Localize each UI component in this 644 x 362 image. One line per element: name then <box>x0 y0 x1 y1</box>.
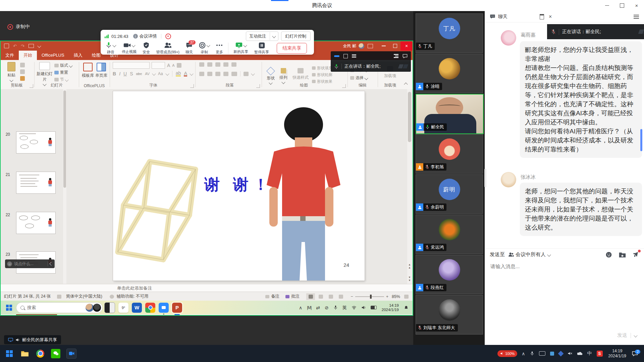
participant-tile-duanyanhong[interactable]: 段燕红 <box>416 255 483 294</box>
record-button[interactable]: 录制 <box>199 42 210 55</box>
new-share-button[interactable]: 新的共享 <box>233 42 248 54</box>
quick-chat-bar[interactable]: ☺ 说点什么... <box>5 259 55 268</box>
chrome-icon[interactable] <box>145 303 155 313</box>
weather-icon[interactable]: 9° <box>118 303 128 313</box>
participant-tile-liuruifeng[interactable]: 刘瑞丰 东北师大 <box>416 295 483 335</box>
slideshow-icon[interactable] <box>29 44 34 48</box>
meeting-taskbar-icon-active[interactable] <box>66 349 76 359</box>
tray-expand-icon[interactable]: ∧ <box>299 305 302 310</box>
paragraph-launcher-icon[interactable] <box>256 84 260 88</box>
normal-view-button[interactable] <box>306 293 315 300</box>
chat-scrollbar[interactable] <box>640 129 642 151</box>
widgets-icon[interactable] <box>104 302 115 313</box>
indent-increase-icon[interactable] <box>223 62 228 67</box>
tab-officeplus[interactable]: OfficePLUS <box>37 51 69 60</box>
zoom-percent[interactable]: 85% <box>392 294 400 299</box>
char-spacing-button[interactable]: AV <box>145 72 150 76</box>
mini-minimize-icon[interactable] <box>334 55 339 57</box>
close-button[interactable]: × <box>629 0 644 11</box>
stop-video-button[interactable]: 停止视频 <box>122 42 137 54</box>
redo-icon[interactable]: ↷ <box>21 44 24 49</box>
tab-home[interactable]: 开始 <box>19 51 37 60</box>
slide-thumbnail-21[interactable] <box>16 172 56 194</box>
file-explorer-icon[interactable] <box>20 349 30 358</box>
tray-media-icon[interactable]: |M| <box>307 305 311 310</box>
clear-format-icon[interactable] <box>177 63 181 68</box>
battery-icon[interactable] <box>371 306 377 309</box>
ppt-minimize-icon[interactable] <box>382 46 386 46</box>
send-button[interactable]: 发送 <box>617 332 627 339</box>
participant-tile-liquanmin-active[interactable]: 郦全民 <box>416 94 484 134</box>
tray-app-blue-icon[interactable] <box>550 352 554 356</box>
text-direction-icon[interactable] <box>244 72 249 76</box>
annotation-button[interactable]: 互动批注 <box>246 32 278 41</box>
powerpoint-icon-active[interactable]: P <box>172 303 182 313</box>
format-painter-icon[interactable] <box>20 76 25 81</box>
account-name[interactable]: 全民 郦 <box>343 43 356 49</box>
inner-start-button[interactable] <box>6 305 12 311</box>
copy-icon[interactable] <box>20 69 25 74</box>
notes-toggle[interactable]: 备注 <box>265 294 279 299</box>
page-lib-button[interactable]: 单页库 <box>95 63 108 78</box>
minimize-button[interactable] <box>600 0 614 11</box>
send-to-select[interactable]: 会议中所有人 <box>516 251 550 258</box>
ppt-maximize-icon[interactable] <box>393 44 397 48</box>
security-button[interactable]: 安全 <box>143 42 150 55</box>
collapse-left-icon[interactable] <box>49 262 53 265</box>
collapse-ribbon-icon[interactable] <box>404 82 408 86</box>
inner-notification-icon[interactable] <box>404 305 409 310</box>
tray-expand-icon[interactable]: ∧ <box>522 351 525 356</box>
font-launcher-icon[interactable] <box>190 84 194 88</box>
tray-settings-icon[interactable]: ⇄ <box>316 305 320 310</box>
mini-layout-icon[interactable] <box>394 54 398 58</box>
wechat-icon[interactable] <box>51 349 60 358</box>
paste-button[interactable]: 粘贴 <box>5 62 18 81</box>
emoji-icon[interactable]: ☺ <box>7 261 12 266</box>
zoom-out-button[interactable]: − <box>351 294 353 299</box>
columns-icon[interactable] <box>231 72 237 76</box>
meeting-app-icon[interactable] <box>159 303 169 313</box>
slideshow-view-button[interactable] <box>336 293 345 300</box>
select-button[interactable]: 选择 <box>350 75 368 81</box>
italic-button[interactable]: I <box>119 71 120 76</box>
mini-chat-icon[interactable] <box>402 54 408 58</box>
quick-chat-placeholder[interactable]: 说点什么... <box>14 261 46 267</box>
shrink-font-icon[interactable]: A <box>172 63 174 67</box>
tray-mic-icon[interactable] <box>333 305 338 310</box>
change-case-button[interactable]: Aa <box>158 71 163 76</box>
zoom-slider[interactable] <box>355 296 384 297</box>
comments-toggle[interactable]: 批注 <box>285 294 300 299</box>
tab-insert[interactable]: 插入 <box>69 51 87 60</box>
template-lib-button[interactable]: 模板库 <box>82 63 94 78</box>
word-icon[interactable]: W <box>132 303 142 313</box>
fit-window-icon[interactable] <box>404 295 409 299</box>
mini-list-icon[interactable] <box>352 54 356 58</box>
panel-resize-handle[interactable] <box>484 169 486 187</box>
notes-pane[interactable]: 单击此处添加备注 <box>1 284 413 292</box>
numbering-icon[interactable] <box>207 62 212 67</box>
tray-speaker-muted-icon[interactable] <box>568 351 573 356</box>
slide-scrollbar[interactable]: ▲▲ ▼▼ <box>407 89 412 284</box>
justify-icon[interactable] <box>223 72 228 76</box>
slide-thumbnail-20[interactable] <box>16 131 56 154</box>
tray-mic-icon[interactable] <box>530 351 534 356</box>
tray-cloud-off-icon[interactable]: ⊘ <box>325 305 329 310</box>
arrange-button[interactable]: 排列 <box>278 68 289 83</box>
quick-style-button[interactable]: 快速样式 <box>291 68 310 80</box>
mini-window-icon[interactable] <box>343 54 348 58</box>
popout-icon[interactable] <box>540 14 544 19</box>
participant-tile-lichuxu[interactable]: 李初旭 <box>416 134 483 174</box>
thumb-scrollbar[interactable] <box>63 89 66 284</box>
zoom-in-button[interactable]: + <box>386 294 388 299</box>
inner-clock[interactable]: 14:192024/1/19 <box>382 303 399 312</box>
reading-view-button[interactable] <box>326 293 335 300</box>
start-button[interactable] <box>5 349 14 358</box>
next-slide-button[interactable]: ▼▼ <box>407 276 412 282</box>
reset-button[interactable]: 重置 <box>54 70 72 75</box>
chat-close-icon[interactable]: × <box>549 14 552 20</box>
bullets-icon[interactable] <box>199 62 204 67</box>
layout-button[interactable]: 版式 <box>54 63 72 68</box>
shapes-button[interactable]: 形状 <box>265 68 276 84</box>
quickaccess-chevron-icon[interactable] <box>37 44 41 48</box>
line-spacing-icon[interactable] <box>231 62 236 67</box>
